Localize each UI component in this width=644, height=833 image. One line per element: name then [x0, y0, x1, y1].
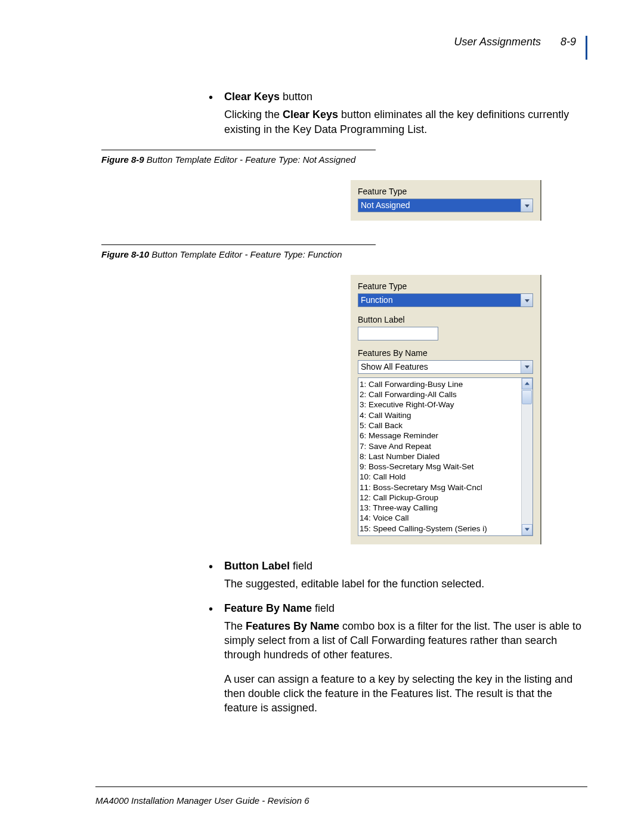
page-footer: MA4000 Installation Manager User Guide -… — [95, 786, 587, 806]
figure-8-10-caption-block: Figure 8-10 Button Template Editor - Fea… — [95, 244, 587, 261]
scroll-up-icon[interactable] — [522, 378, 532, 389]
chevron-down-icon[interactable] — [521, 199, 532, 212]
page-header: User Assignments 8-9 — [95, 36, 587, 60]
bullet-button-label: Button Label field — [209, 559, 587, 573]
feature-by-name-desc-2: A user can assign a feature to a key by … — [224, 672, 587, 716]
scroll-thumb[interactable] — [522, 390, 532, 404]
figure-caption-text: Button Template Editor - Feature Type: N… — [144, 154, 356, 165]
list-item[interactable]: 4: Call Waiting — [360, 410, 520, 420]
features-by-name-select[interactable]: Show All Features — [358, 360, 533, 374]
chevron-down-icon[interactable] — [521, 294, 532, 306]
button-label-desc: The suggested, editable label for the fu… — [224, 577, 587, 591]
feature-type-label: Feature Type — [358, 186, 533, 197]
figure-8-10-panel: Feature Type Function Button Label Featu… — [351, 275, 541, 544]
list-item[interactable]: 15: Speed Calling-System (Series i) — [360, 524, 520, 534]
bullet-clear-keys: Clear Keys button — [209, 89, 587, 104]
button-label-label: Button Label — [358, 314, 533, 326]
list-item[interactable]: 3: Executive Right-Of-Way — [360, 400, 520, 410]
feature-type-select[interactable]: Function — [358, 293, 533, 307]
list-item[interactable]: 5: Call Back — [360, 420, 520, 431]
feature-by-name-desc-1: The Features By Name combo box is a filt… — [224, 619, 587, 662]
list-item[interactable]: 1: Call Forwarding-Busy Line — [360, 379, 520, 389]
figure-caption-text: Button Template Editor - Feature Type: F… — [149, 249, 342, 259]
list-item[interactable]: 10: Call Hold — [360, 472, 520, 482]
bullet-title-rest: button — [280, 91, 312, 103]
figure-8-9-caption-block: Figure 8-9 Button Template Editor - Feat… — [95, 150, 587, 166]
section-title: User Assignments — [454, 36, 541, 48]
list-item[interactable]: 2: Call Forwarding-All Calls — [360, 389, 520, 400]
features-by-name-value: Show All Features — [358, 361, 521, 373]
figure-rule — [101, 244, 376, 245]
feature-type-value: Not Assigned — [358, 199, 521, 212]
scrollbar[interactable] — [521, 378, 532, 535]
list-item[interactable]: 12: Call Pickup-Group — [360, 493, 520, 503]
list-item[interactable]: 16: Function/Feature — [360, 534, 520, 535]
feature-type-value: Function — [358, 294, 521, 306]
figure-rule — [101, 150, 376, 150]
list-item[interactable]: 14: Voice Call — [360, 513, 520, 523]
bullet-title-bold: Clear Keys — [224, 91, 280, 103]
list-item[interactable]: 9: Boss-Secretary Msg Wait-Set — [360, 462, 520, 472]
list-item[interactable]: 8: Last Number Dialed — [360, 451, 520, 462]
list-item[interactable]: 6: Message Reminder — [360, 431, 520, 441]
button-label-input[interactable] — [358, 327, 438, 340]
figure-number: Figure 8-10 — [101, 249, 149, 259]
chevron-down-icon[interactable] — [521, 361, 532, 373]
feature-type-label: Feature Type — [358, 281, 533, 292]
clear-keys-desc: Clicking the Clear Keys button eliminate… — [224, 107, 587, 137]
list-item[interactable]: 11: Boss-Secretary Msg Wait-Cncl — [360, 482, 520, 493]
list-item[interactable]: 7: Save And Repeat — [360, 441, 520, 451]
scroll-down-icon[interactable] — [522, 524, 532, 535]
features-listbox[interactable]: 1: Call Forwarding-Busy Line2: Call Forw… — [358, 377, 533, 536]
figure-number: Figure 8-9 — [101, 154, 144, 165]
footer-text: MA4000 Installation Manager User Guide -… — [95, 795, 309, 806]
features-by-name-label: Features By Name — [358, 348, 533, 359]
list-item[interactable]: 13: Three-way Calling — [360, 503, 520, 513]
page-number: 8-9 — [561, 36, 576, 48]
feature-type-select[interactable]: Not Assigned — [358, 199, 533, 212]
bullet-feature-by-name: Feature By Name field — [209, 601, 587, 615]
figure-8-9-panel: Feature Type Not Assigned — [351, 180, 541, 221]
